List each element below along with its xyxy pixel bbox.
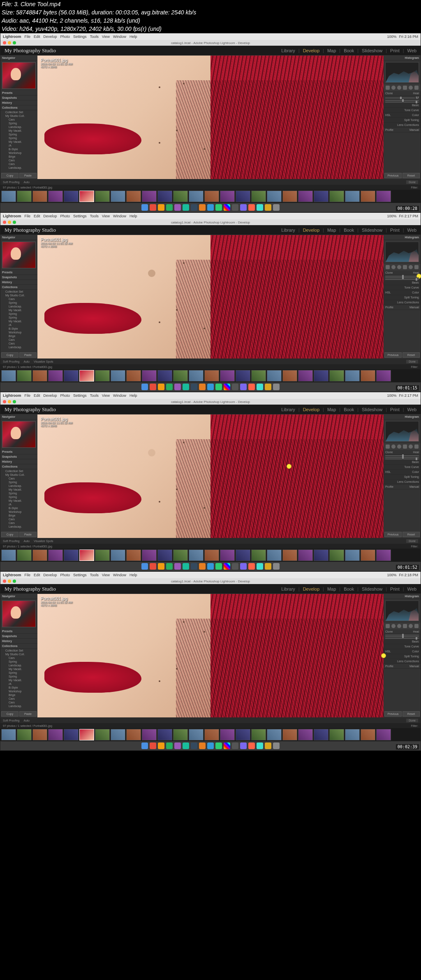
profile-row[interactable]: ProfileManual <box>384 305 421 310</box>
dock-icon[interactable] <box>199 204 206 211</box>
filmstrip-thumb[interactable] <box>236 370 250 382</box>
identity-plate[interactable]: My Photography Studio <box>5 47 56 54</box>
tree-item[interactable]: Spring <box>0 312 37 316</box>
filmstrip[interactable] <box>0 369 421 382</box>
dock-icon[interactable] <box>248 204 255 211</box>
history-header[interactable]: History <box>0 100 37 105</box>
menu-tools[interactable]: Tools <box>90 393 99 398</box>
done-button[interactable]: Done <box>406 180 418 184</box>
histogram[interactable] <box>385 62 419 83</box>
redeye-tool-icon[interactable] <box>397 445 401 449</box>
filmstrip-thumb[interactable] <box>267 729 282 740</box>
tree-item[interactable]: My Vacati. <box>0 319 37 323</box>
softproof-toggle[interactable]: Soft Proofing <box>3 719 19 722</box>
dock-icon[interactable] <box>158 384 164 390</box>
dock-icon[interactable] <box>240 384 247 390</box>
tree-item[interactable]: Brige <box>0 693 37 697</box>
filmstrip-thumb[interactable] <box>251 729 266 740</box>
dock-icon[interactable] <box>240 743 247 749</box>
dock-icon[interactable] <box>158 563 164 570</box>
filmstrip-thumb[interactable] <box>251 370 266 382</box>
tree-item[interactable]: Cars <box>0 338 37 342</box>
module-book[interactable]: Book <box>344 48 354 53</box>
snapshots-header[interactable]: Snapshots <box>0 454 37 459</box>
filmstrip-thumb[interactable] <box>48 191 63 202</box>
tree-item[interactable]: B-Style <box>0 327 37 331</box>
module-web[interactable]: Web <box>407 407 416 412</box>
dock-icon[interactable] <box>166 563 173 570</box>
filmstrip-thumb[interactable] <box>189 549 204 561</box>
dock-icon[interactable] <box>265 563 271 570</box>
dock-icon[interactable] <box>265 384 271 390</box>
histogram[interactable] <box>385 601 419 621</box>
history-header[interactable]: History <box>0 459 37 464</box>
menu-photo[interactable]: Photo <box>60 393 70 398</box>
filmstrip-thumb[interactable] <box>17 370 32 382</box>
filmstrip-thumb[interactable] <box>173 370 188 382</box>
brush-tool-icon[interactable] <box>414 265 419 269</box>
basic-panel[interactable]: Basic <box>384 103 421 108</box>
collections-header[interactable]: Collections <box>0 285 37 290</box>
dock-icon[interactable] <box>166 743 173 749</box>
dock-icon[interactable] <box>158 743 164 749</box>
filmstrip-thumb-selected[interactable] <box>79 191 94 202</box>
tree-item[interactable]: /A <box>0 144 37 147</box>
filmstrip[interactable] <box>0 549 421 562</box>
dock-icon[interactable] <box>215 204 222 211</box>
menu-develop[interactable]: Develop <box>44 35 57 39</box>
filmstrip-thumb[interactable] <box>32 191 47 202</box>
snapshots-header[interactable]: Snapshots <box>0 275 37 280</box>
battery-indicator[interactable]: 100% <box>387 573 396 577</box>
clock[interactable]: Fri 2:17 PM <box>399 393 418 398</box>
filmstrip-thumb[interactable] <box>17 729 32 740</box>
crop-tool-icon[interactable] <box>386 86 390 90</box>
filmstrip-thumb[interactable] <box>111 370 125 382</box>
menu-help[interactable]: Help <box>130 393 137 398</box>
tree-item[interactable]: My Studio Coll. <box>0 652 37 656</box>
menu-edit[interactable]: Edit <box>34 393 40 398</box>
tree-item[interactable]: Cars <box>0 521 37 525</box>
lens-corr-panel[interactable]: Lens Corrections <box>384 659 421 664</box>
battery-indicator[interactable]: 100% <box>387 214 396 218</box>
navigator-thumbnail[interactable] <box>2 421 36 448</box>
dock-icon[interactable] <box>191 563 197 570</box>
dock-icon[interactable] <box>240 563 247 570</box>
filmstrip-thumb[interactable] <box>282 370 297 382</box>
dock-icon[interactable] <box>207 563 214 570</box>
filmstrip-thumb[interactable] <box>267 549 282 561</box>
tonecurve-panel[interactable]: Tone Curve <box>384 285 421 290</box>
mac-dock[interactable] <box>0 562 421 571</box>
dock-icon[interactable] <box>224 563 230 570</box>
menu-help[interactable]: Help <box>130 35 137 39</box>
snapshots-header[interactable]: Snapshots <box>0 634 37 639</box>
filmstrip-thumb[interactable] <box>126 729 141 740</box>
filmstrip-thumb[interactable] <box>142 191 157 202</box>
auto-label[interactable]: Auto <box>23 719 29 722</box>
filmstrip-thumb[interactable] <box>95 549 110 561</box>
navigator-thumbnail[interactable] <box>2 242 36 268</box>
filmstrip-thumb[interactable] <box>220 729 235 740</box>
filmstrip-thumb[interactable] <box>314 549 328 561</box>
radial-tool-icon[interactable] <box>409 624 413 628</box>
menu-photo[interactable]: Photo <box>60 214 70 218</box>
menu-window[interactable]: Window <box>113 214 126 218</box>
hsl-panel[interactable]: HSLColor <box>384 470 421 475</box>
module-library[interactable]: Library <box>281 407 295 412</box>
dock-icon[interactable] <box>150 204 156 211</box>
dock-icon[interactable] <box>265 204 271 211</box>
tree-item[interactable]: Brige <box>0 155 37 158</box>
dock-icon[interactable] <box>215 743 222 749</box>
filmstrip-thumb[interactable] <box>361 549 375 561</box>
gradient-tool-icon[interactable] <box>403 265 407 269</box>
filmstrip-thumb[interactable] <box>173 191 188 202</box>
filter-label[interactable]: Filter: <box>411 365 419 368</box>
dock-icon[interactable] <box>257 743 263 749</box>
tree-item[interactable]: Cars <box>0 158 37 162</box>
paste-button[interactable]: Paste <box>19 173 37 178</box>
battery-indicator[interactable]: 100% <box>387 393 396 398</box>
dock-icon[interactable] <box>150 384 156 390</box>
tree-item[interactable]: Spring <box>0 491 37 495</box>
filmstrip-thumb[interactable] <box>95 191 110 202</box>
snapshots-header[interactable]: Snapshots <box>0 95 37 100</box>
softproof-toggle[interactable]: Soft Proofing <box>3 540 19 542</box>
